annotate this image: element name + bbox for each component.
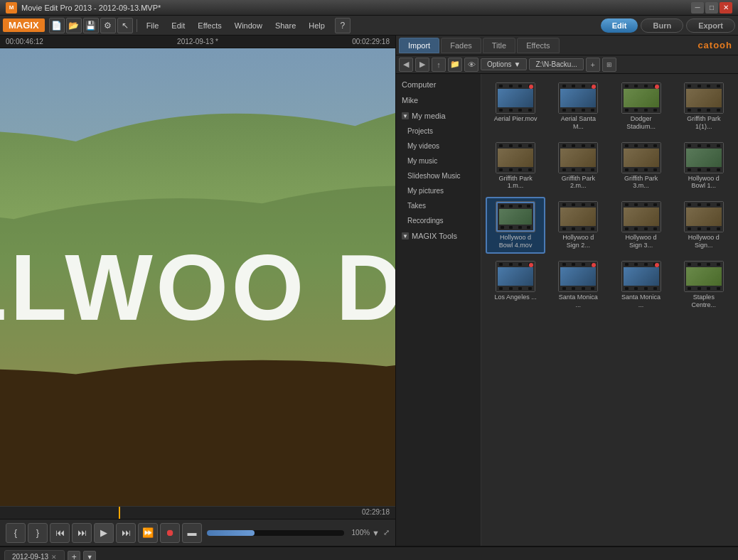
prev-frame-button[interactable]: ⏮ xyxy=(50,523,70,543)
timeline-dropdown[interactable]: ▼ xyxy=(83,551,96,561)
mode-burn-button[interactable]: Burn xyxy=(641,18,683,33)
menu-effects[interactable]: Effects xyxy=(192,20,227,31)
nav-folder-button[interactable]: 📁 xyxy=(448,58,462,72)
red-dot xyxy=(655,85,659,89)
nav-slideshowmusic[interactable]: Slideshow Music xyxy=(396,168,481,183)
mode-buttons: Edit Burn Export xyxy=(601,18,735,33)
preview-image: HOLLWOO D xyxy=(0,48,395,506)
menu-window[interactable]: Window xyxy=(229,20,268,31)
toolbar-open[interactable]: 📂 xyxy=(66,18,82,33)
file-item-selected[interactable]: Hollywoo d Bowl 4.mov xyxy=(486,197,545,254)
file-thumbnail xyxy=(496,82,535,114)
app-icon: M xyxy=(6,2,17,14)
playback-time: 02:29:18 xyxy=(362,508,390,516)
path-button[interactable]: Z:\N-Backu... xyxy=(529,58,583,70)
file-item[interactable]: Santa Monica ... xyxy=(611,257,671,313)
file-name: Hollywoo d Sign 2... xyxy=(555,234,601,249)
toolbar-info[interactable]: ? xyxy=(335,18,351,33)
nav-takes[interactable]: Takes xyxy=(396,198,481,213)
progress-bar[interactable] xyxy=(207,530,344,536)
toolbar-settings[interactable]: ⚙ xyxy=(100,18,116,33)
menu-separator-1 xyxy=(137,19,137,32)
file-name: Griffith Park 1.m... xyxy=(493,175,538,190)
nav-projects[interactable]: Projects xyxy=(396,124,481,139)
file-item[interactable]: Griffith Park 1.m... xyxy=(486,138,545,195)
nav-mypictures[interactable]: My pictures xyxy=(396,183,481,198)
file-thumbnail xyxy=(621,142,661,173)
magix-logo[interactable]: MAGIX xyxy=(3,18,45,32)
file-item[interactable]: Dodger Stadium... xyxy=(611,78,671,135)
toolbar-new[interactable]: 📄 xyxy=(49,18,65,33)
play-button[interactable]: ▶ xyxy=(94,523,114,543)
menu-edit[interactable]: Edit xyxy=(166,20,191,31)
record-button[interactable]: ⏺ xyxy=(160,523,180,543)
file-item[interactable]: Aerial Pier.mov xyxy=(486,78,545,135)
menu-bar: MAGIX 📄 📂 💾 ⚙ ↖ File Edit Effects Window… xyxy=(0,16,738,36)
file-item[interactable]: Hollywoo d Bowl 1... xyxy=(674,138,734,195)
minimize-button[interactable]: ─ xyxy=(691,2,704,14)
skip-back-button[interactable]: ⏭ xyxy=(72,523,92,543)
tab-effects[interactable]: Effects xyxy=(517,38,559,53)
file-item[interactable]: Staples Centre... xyxy=(674,257,734,313)
window-controls: ─ □ ✕ xyxy=(691,2,732,14)
tab-title[interactable]: Title xyxy=(483,38,515,53)
svg-text:HOLLWOO D: HOLLWOO D xyxy=(0,235,395,340)
playback-bar: 02:29:18 xyxy=(0,506,395,519)
options-button[interactable]: Options ▼ xyxy=(481,58,527,70)
file-name: Hollywoo d Bowl 4.mov xyxy=(493,234,538,249)
screenshot-button[interactable]: ▬ xyxy=(182,523,202,543)
menu-help[interactable]: Help xyxy=(303,20,331,31)
zoom-dropdown-icon[interactable]: ▼ xyxy=(372,529,380,537)
nav-search-button[interactable]: 👁 xyxy=(464,58,478,72)
file-name: Santa Monica ... xyxy=(619,294,664,309)
mode-edit-button[interactable]: Edit xyxy=(601,18,638,33)
expand-mymedia[interactable]: ▼ xyxy=(402,112,409,119)
toolbar-save[interactable]: 💾 xyxy=(83,18,99,33)
nav-mike[interactable]: Mike xyxy=(396,92,481,108)
maximize-button[interactable]: □ xyxy=(705,2,718,14)
tab-import[interactable]: Import xyxy=(399,38,439,53)
file-item[interactable]: Griffith Park 3.m... xyxy=(611,138,671,195)
file-item[interactable]: Griffith Park 1(1)... xyxy=(674,78,734,135)
view-grid-button[interactable]: ⊞ xyxy=(602,58,616,72)
timeline-tab[interactable]: 2012-09-13 ✕ xyxy=(4,550,65,560)
nav-back-button[interactable]: ◀ xyxy=(399,58,413,72)
file-item[interactable]: Aerial Santa M... xyxy=(548,78,608,135)
nav-mymusic[interactable]: My music xyxy=(396,154,481,168)
add-button[interactable]: + xyxy=(586,58,600,72)
close-button[interactable]: ✕ xyxy=(720,2,732,14)
mark-in-button[interactable]: { xyxy=(6,523,26,543)
takes-label: Takes xyxy=(407,202,426,210)
mypictures-label: My pictures xyxy=(407,187,444,195)
file-name: Santa Monica ... xyxy=(555,294,601,309)
menu-share[interactable]: Share xyxy=(269,20,301,31)
tab-fades[interactable]: Fades xyxy=(441,38,481,53)
next-frame-button[interactable]: ⏭ xyxy=(116,523,136,543)
nav-recordings[interactable]: Recordings xyxy=(396,213,481,228)
file-name: Hollywoo d Bowl 1... xyxy=(681,175,727,190)
expand-magixtools[interactable]: ▼ xyxy=(402,232,409,239)
progress-fill xyxy=(207,530,255,536)
nav-mymedia[interactable]: ▼ My media xyxy=(396,108,481,124)
file-item[interactable]: Hollywoo d Sign 2... xyxy=(548,197,608,254)
fast-forward-button[interactable]: ⏩ xyxy=(138,523,158,543)
nav-computer[interactable]: Computer xyxy=(396,77,481,92)
file-item[interactable]: Hollywoo d Sign... xyxy=(674,197,734,254)
nav-forward-button[interactable]: ▶ xyxy=(415,58,429,72)
nav-myvideos[interactable]: My videos xyxy=(396,139,481,154)
toolbar-pointer[interactable]: ↖ xyxy=(117,18,133,33)
nav-magixtools[interactable]: ▼ MAGIX Tools xyxy=(396,228,481,244)
menu-file[interactable]: File xyxy=(141,20,165,31)
timeline-tab-close[interactable]: ✕ xyxy=(51,554,57,561)
zoom-expand-icon[interactable]: ⤢ xyxy=(383,528,390,537)
file-item[interactable]: Griffith Park 2.m... xyxy=(548,138,608,195)
file-item[interactable]: Hollywoo d Sign 3... xyxy=(611,197,671,254)
timecode-left: 00:00:46:12 xyxy=(6,38,43,45)
timeline-add-button[interactable]: + xyxy=(68,551,80,561)
nav-up-button[interactable]: ↑ xyxy=(432,58,446,72)
playhead-line xyxy=(119,507,120,519)
file-item[interactable]: Los Angeles ... xyxy=(486,257,545,313)
mode-export-button[interactable]: Export xyxy=(686,18,735,33)
file-item[interactable]: Santa Monica ... xyxy=(548,257,608,313)
mark-out-button[interactable]: } xyxy=(28,523,48,543)
